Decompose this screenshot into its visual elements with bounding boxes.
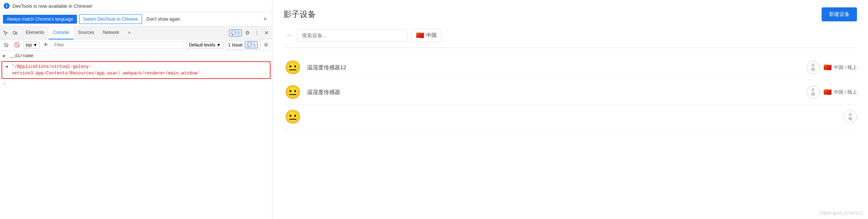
console-prompt: ›	[0, 80, 272, 88]
close-devtools-icon[interactable]: ✕	[262, 29, 271, 37]
tabs-bar: Elements Console Sources Network » 💬 1 ⚙…	[0, 27, 272, 39]
tab-more[interactable]: »	[124, 27, 135, 39]
page-title: 影子设备	[283, 9, 316, 20]
console-output: ▶ __dirname ◀ '/Applications/virtual-gal…	[0, 51, 272, 219]
default-levels-dropdown[interactable]: Default levels ▼	[186, 41, 223, 49]
console-settings-button[interactable]: ⚙	[262, 41, 270, 48]
match-language-button[interactable]: Always match Chrome's language	[3, 15, 77, 24]
tab-console[interactable]: Console	[49, 27, 74, 39]
info-bar: i DevTools is now available in Chinese!	[0, 0, 272, 12]
device-mode-icon[interactable]	[11, 29, 19, 37]
watermark: CSDN @m0_57307213	[820, 211, 862, 215]
right-panel: 影子设备 新建设备 ··· 🇨🇳 中国 😐 温湿度传感器12 不 明 🇨🇳	[272, 0, 868, 219]
tab-icons-left	[1, 29, 19, 37]
status-circle-0: 不 明	[807, 61, 820, 74]
svg-line-3	[5, 44, 8, 46]
device-info-1: 温湿度传感器	[307, 89, 801, 96]
console-toolbar: 🚫 top ▼ 👁 Default levels ▼ 1 Issue: 💬 1 …	[0, 39, 272, 51]
issue-badge: 1 Issue: 💬 1	[226, 40, 260, 49]
device-flag-0: 🇨🇳	[823, 63, 832, 72]
tab-right-icons: 💬 1 ⚙ ⋮ ✕	[229, 29, 271, 37]
svg-rect-1	[16, 32, 17, 34]
clear-console-button[interactable]	[2, 42, 10, 48]
search-row: ··· 🇨🇳 中国	[283, 29, 857, 48]
info-text: DevTools is now available in Chinese!	[13, 3, 93, 9]
eye-icon-button[interactable]: 👁	[42, 41, 50, 48]
device-region-1: 🇨🇳 中国 / 线上	[823, 88, 857, 96]
svg-rect-0	[13, 31, 15, 34]
settings-icon[interactable]: ⚙	[243, 29, 251, 37]
device-name-1: 温湿度传感器	[307, 89, 801, 96]
device-region-0: 🇨🇳 中国 / 线上	[823, 63, 857, 72]
more-options-icon[interactable]: ⋮	[253, 29, 261, 37]
tab-elements[interactable]: Elements	[21, 27, 49, 39]
block-icon-button[interactable]: 🚫	[13, 41, 21, 48]
device-name-0: 温湿度传感器12	[307, 64, 801, 71]
console-badge: 💬 1	[229, 29, 242, 36]
info-icon: i	[4, 3, 10, 9]
console-line-path: ◀ '/Applications/virtual-galaxy-version3…	[1, 61, 271, 79]
device-status-2: 不 明	[844, 110, 857, 124]
country-flag: 🇨🇳	[416, 31, 424, 39]
language-bar: Always match Chrome's language Switch De…	[0, 12, 272, 27]
filter-input[interactable]	[52, 41, 184, 49]
right-header: 影子设备 新建设备	[283, 7, 857, 21]
device-status-1: 不 明 🇨🇳 中国 / 线上	[807, 86, 857, 99]
switch-to-chinese-button[interactable]: Switch DevTools to Chinese	[79, 14, 142, 24]
device-info-0: 温湿度传感器12	[307, 64, 801, 71]
tab-network[interactable]: Network	[99, 27, 124, 39]
dont-show-again-button[interactable]: Don't show again	[144, 15, 183, 24]
device-item-1[interactable]: 😐 温湿度传感器 不 明 🇨🇳 中国 / 线上	[283, 80, 857, 105]
console-line-dirname: ▶ __dirname	[0, 52, 272, 60]
status-circle-1: 不 明	[807, 86, 820, 99]
device-status-0: 不 明 🇨🇳 中国 / 线上	[807, 61, 857, 74]
expand-arrow-2[interactable]: ◀	[5, 63, 10, 70]
close-language-bar-button[interactable]: ×	[261, 15, 269, 23]
country-label: 中国	[426, 32, 437, 39]
device-flag-1: 🇨🇳	[823, 88, 832, 96]
tab-sources[interactable]: Sources	[74, 27, 99, 39]
new-device-button[interactable]: 新建设备	[822, 7, 857, 21]
device-emoji-1: 😐	[283, 84, 302, 100]
search-device-input[interactable]	[297, 29, 407, 42]
country-filter[interactable]: 🇨🇳 中国	[411, 29, 441, 42]
expand-arrow[interactable]: ▶	[3, 53, 7, 59]
context-selector[interactable]: top ▼	[24, 41, 40, 49]
device-item-2[interactable]: 😐 不 明	[283, 105, 857, 129]
device-emoji-2: 😐	[283, 109, 302, 125]
device-list: 😐 温湿度传感器12 不 明 🇨🇳 中国 / 线上 😐 温湿度传感器	[283, 55, 857, 129]
devtools-panel: i DevTools is now available in Chinese! …	[0, 0, 272, 219]
dots-menu-icon[interactable]: ···	[283, 30, 293, 41]
device-emoji-0: 😐	[283, 60, 302, 75]
inspect-icon[interactable]	[1, 29, 10, 37]
search-input-wrap	[297, 29, 407, 42]
device-item-0[interactable]: 😐 温湿度传感器12 不 明 🇨🇳 中国 / 线上	[283, 55, 857, 80]
status-circle-2: 不 明	[844, 110, 857, 124]
issue-count-badge: 💬 1	[245, 41, 258, 48]
